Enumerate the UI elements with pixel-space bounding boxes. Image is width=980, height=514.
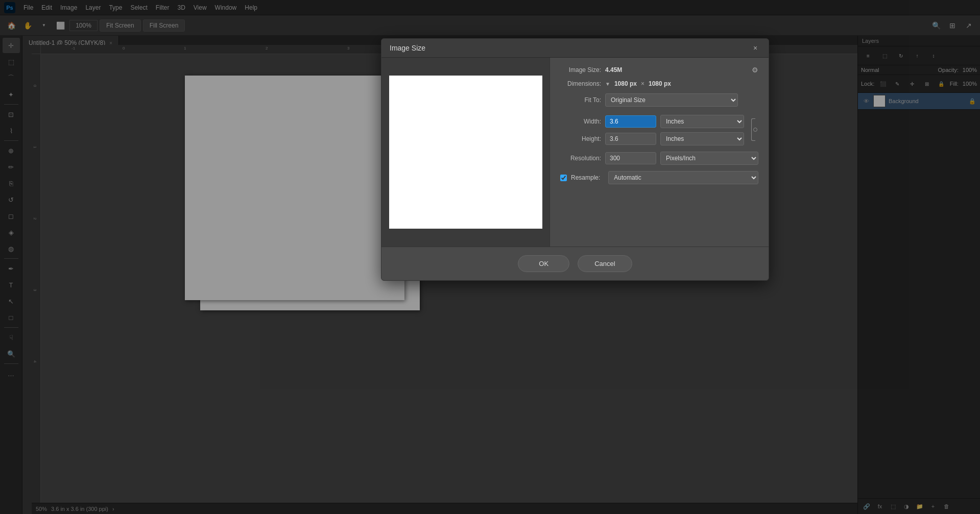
image-size-label: Image Size: — [560, 66, 601, 74]
height-unit-select[interactable]: Inches — [660, 132, 744, 145]
dialog-title: Image Size — [390, 44, 425, 52]
resample-checkbox[interactable] — [560, 175, 567, 181]
resolution-row: Resolution: Pixels/Inch — [560, 152, 758, 165]
settings-icon[interactable]: ⚙ — [752, 66, 758, 74]
height-row: Height: Inches — [560, 132, 744, 145]
fit-to-label: Fit To: — [560, 96, 601, 104]
dimensions-arrow[interactable]: ▼ — [605, 81, 610, 87]
dialog-preview — [381, 58, 550, 247]
link-dot — [753, 128, 757, 132]
fit-to-select[interactable]: Original Size — [605, 93, 738, 107]
image-size-row: Image Size: 4.45M ⚙ — [560, 66, 758, 74]
dimensions-width: 1080 px — [614, 80, 637, 87]
dimensions-row: Dimensions: ▼ 1080 px × 1080 px — [560, 80, 758, 87]
resolution-label: Resolution: — [560, 155, 601, 162]
image-size-dialog: Image Size × Image Size: 4.45M ⚙ Dimensi… — [381, 38, 769, 281]
resample-select[interactable]: Automatic — [608, 171, 758, 184]
image-size-value: 4.45M — [605, 66, 622, 74]
dimensions-x: × — [641, 80, 644, 87]
wh-inputs: Width: Inches Height: Inches — [560, 115, 744, 145]
modal-overlay: Image Size × Image Size: 4.45M ⚙ Dimensi… — [0, 0, 980, 514]
ok-button[interactable]: OK — [518, 255, 569, 272]
resolution-unit-select[interactable]: Pixels/Inch — [660, 152, 758, 165]
dialog-close-button[interactable]: × — [750, 43, 760, 53]
dialog-title-bar: Image Size × — [381, 39, 769, 58]
resample-row: Resample: Automatic — [560, 171, 758, 184]
dimensions-label: Dimensions: — [560, 80, 601, 87]
dimensions-height: 1080 px — [649, 80, 671, 87]
resolution-input[interactable] — [605, 152, 656, 164]
width-label: Width: — [560, 118, 601, 125]
height-input[interactable] — [605, 133, 656, 145]
dialog-body: Image Size: 4.45M ⚙ Dimensions: ▼ 1080 p… — [381, 58, 769, 247]
dialog-controls: Image Size: 4.45M ⚙ Dimensions: ▼ 1080 p… — [550, 58, 769, 247]
width-unit-select[interactable]: Inches — [660, 115, 744, 128]
width-row: Width: Inches — [560, 115, 744, 128]
link-wh-icon[interactable] — [748, 117, 758, 142]
width-height-group: Width: Inches Height: Inches — [560, 115, 758, 145]
cancel-button[interactable]: Cancel — [578, 255, 632, 272]
resample-label: Resample: — [571, 174, 600, 181]
fit-to-row: Fit To: Original Size — [560, 93, 758, 107]
height-label: Height: — [560, 135, 601, 142]
width-input[interactable] — [605, 115, 656, 128]
resample-checkbox-group: Resample: — [560, 174, 600, 181]
dialog-footer: OK Cancel — [381, 247, 769, 280]
preview-image — [389, 76, 542, 229]
